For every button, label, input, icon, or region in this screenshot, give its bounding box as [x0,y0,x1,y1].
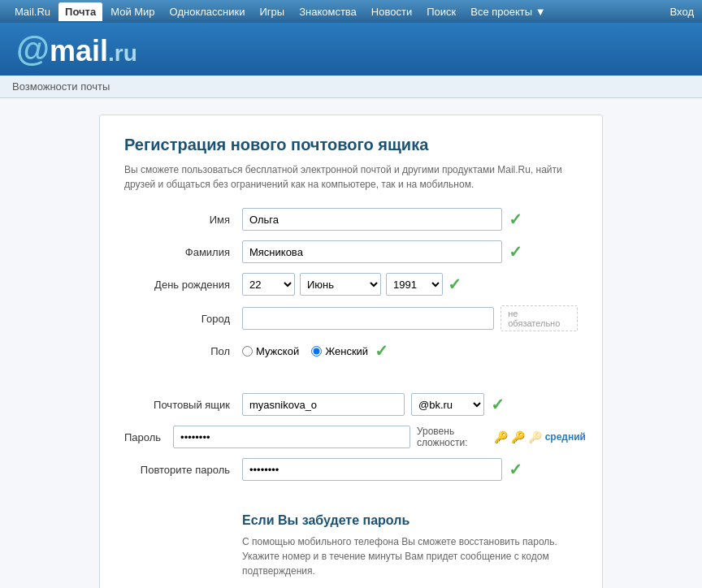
email-row: Почтовый ящик @bk.ru @mail.ru @inbox.ru … [124,393,578,416]
name-field: ✓ [242,208,578,231]
recovery-description: С помощью мобильного телефона Вы сможете… [242,534,578,578]
city-input[interactable] [242,307,494,330]
logo-bar: @mail.ru [0,23,702,76]
nav-mailru[interactable]: Mail.Ru [8,2,57,21]
strength-value: средний [545,431,586,443]
surname-checkmark: ✓ [509,242,522,262]
dob-label: День рождения [124,279,242,291]
dob-checkmark: ✓ [448,275,462,294]
sub-nav-label[interactable]: Возможности почты [12,80,110,93]
nav-novosti[interactable]: Новости [365,2,418,21]
name-label: Имя [124,214,242,226]
key-icon-3: 🔑 [528,430,542,443]
gender-female-radio[interactable] [311,346,322,357]
name-checkmark: ✓ [509,210,522,229]
gender-female-label[interactable]: Женский [311,345,368,357]
gender-field: Мужской Женский ✓ [242,341,578,361]
dob-group: 22 Июнь 1991 ✓ [242,273,462,296]
email-input[interactable] [242,393,405,416]
surname-input[interactable] [242,240,502,263]
password-confirm-label: Повторите пароль [124,464,242,476]
name-input[interactable] [242,208,502,231]
form-description: Вы сможете пользоваться бесплатной элект… [124,162,578,192]
city-row: Город не обязательно [124,305,578,331]
strength-indicator: Уровень сложности: 🔑 🔑 🔑 средний [417,426,586,448]
nav-pochta[interactable]: Почта [58,2,102,21]
password-confirm-field: ✓ [242,458,578,481]
site-logo[interactable]: @mail.ru [16,30,137,69]
nav-znakomstva[interactable]: Знакомства [292,2,363,21]
password-label: Пароль [124,431,173,443]
nav-odnoklassniki[interactable]: Одноклассники [163,2,252,21]
registration-form: Регистрация нового почтового ящика Вы см… [99,115,603,588]
gender-female-text: Женский [325,345,368,357]
main-content: Регистрация нового почтового ящика Вы см… [0,98,702,588]
login-link[interactable]: Вход [670,6,694,18]
key-icon-1: 🔑 [494,430,508,443]
password-confirm-row: Повторите пароль ✓ [124,458,578,481]
gender-male-text: Мужской [256,345,299,357]
nav-moimir[interactable]: Мой Мир [104,2,161,21]
surname-label: Фамилия [124,246,242,258]
recovery-section: Если Вы забудете пароль С помощью мобиль… [242,513,578,578]
surname-field: ✓ [242,240,578,263]
top-navigation: Mail.Ru Почта Мой Мир Одноклассники Игры… [0,0,702,23]
strength-label: Уровень сложности: [417,426,491,448]
dob-day-select[interactable]: 22 [242,273,295,296]
gender-checkmark: ✓ [375,341,388,361]
email-field: @bk.ru @mail.ru @inbox.ru @list.ru ✓ [242,393,578,416]
gender-male-label[interactable]: Мужской [242,345,299,357]
dob-row: День рождения 22 Июнь 1991 ✓ [124,273,578,296]
sub-navigation: Возможности почты [0,76,702,98]
email-checkmark: ✓ [491,395,505,414]
dob-month-select[interactable]: Июнь [300,273,381,296]
password-confirm-checkmark: ✓ [509,460,522,479]
dob-field: 22 Июнь 1991 ✓ [242,273,578,296]
optional-hint: не обязательно [500,305,578,331]
city-field: не обязательно [242,305,578,331]
password-confirm-input[interactable] [242,458,502,481]
password-row: Пароль Уровень сложности: 🔑 🔑 🔑 средний [124,426,578,448]
divider2 [124,493,578,501]
surname-row: Фамилия ✓ [124,240,578,263]
nav-allprojects[interactable]: Все проекты ▼ [464,2,552,21]
gender-male-radio[interactable] [242,346,253,357]
name-row: Имя ✓ [124,208,578,231]
password-field: Уровень сложности: 🔑 🔑 🔑 средний [173,426,586,448]
divider1 [124,373,578,381]
nav-poisk[interactable]: Поиск [420,2,462,21]
gender-radio-group: Мужской Женский [242,345,368,357]
city-label: Город [124,313,242,325]
gender-label: Пол [124,345,242,357]
dob-year-select[interactable]: 1991 [386,273,443,296]
gender-row: Пол Мужской Женский ✓ [124,341,578,361]
password-input[interactable] [173,426,410,448]
key-icon-2: 🔑 [511,430,525,443]
form-title: Регистрация нового почтового ящика [124,136,578,154]
nav-igry[interactable]: Игры [253,2,291,21]
email-label: Почтовый ящик [124,399,242,411]
recovery-title: Если Вы забудете пароль [242,513,578,528]
domain-select[interactable]: @bk.ru @mail.ru @inbox.ru @list.ru [411,393,484,416]
